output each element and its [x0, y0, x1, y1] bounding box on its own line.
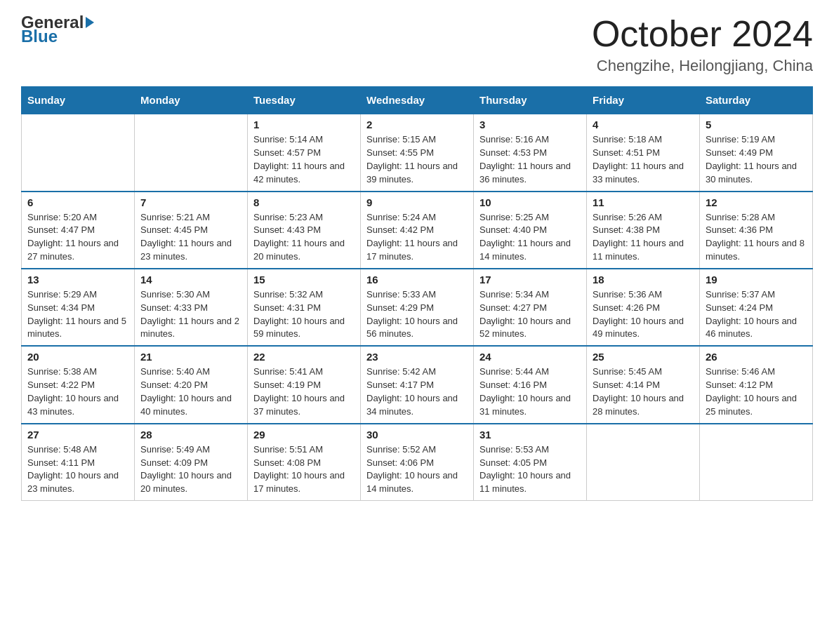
title-area: October 2024 Chengzihe, Heilongjiang, Ch… — [592, 14, 813, 75]
calendar-week-row: 6Sunrise: 5:20 AMSunset: 4:47 PMDaylight… — [22, 192, 813, 269]
month-title: October 2024 — [592, 14, 813, 54]
day-info: Sunrise: 5:37 AMSunset: 4:24 PMDaylight:… — [706, 288, 807, 341]
day-info: Sunrise: 5:29 AMSunset: 4:34 PMDaylight:… — [27, 288, 128, 341]
day-info: Sunrise: 5:23 AMSunset: 4:43 PMDaylight:… — [253, 211, 355, 264]
day-number: 6 — [27, 196, 128, 208]
day-number: 11 — [593, 196, 694, 208]
day-number: 3 — [479, 119, 581, 130]
calendar-day-cell: 5Sunrise: 5:19 AMSunset: 4:49 PMDaylight… — [700, 114, 813, 191]
calendar-day-cell: 29Sunrise: 5:51 AMSunset: 4:08 PMDayligh… — [248, 424, 361, 501]
calendar-day-cell: 14Sunrise: 5:30 AMSunset: 4:33 PMDayligh… — [135, 269, 248, 346]
day-number: 5 — [706, 119, 807, 130]
day-number: 29 — [253, 429, 355, 441]
day-info: Sunrise: 5:25 AMSunset: 4:40 PMDaylight:… — [479, 211, 581, 264]
day-number: 9 — [366, 196, 468, 208]
day-info: Sunrise: 5:46 AMSunset: 4:12 PMDaylight:… — [706, 365, 807, 418]
calendar-day-cell: 19Sunrise: 5:37 AMSunset: 4:24 PMDayligh… — [700, 269, 813, 346]
calendar-day-cell — [22, 114, 135, 191]
day-info: Sunrise: 5:51 AMSunset: 4:08 PMDaylight:… — [253, 443, 355, 496]
day-number: 26 — [706, 351, 807, 363]
calendar-day-cell: 10Sunrise: 5:25 AMSunset: 4:40 PMDayligh… — [474, 192, 587, 269]
day-info: Sunrise: 5:48 AMSunset: 4:11 PMDaylight:… — [27, 443, 128, 496]
calendar-day-cell: 16Sunrise: 5:33 AMSunset: 4:29 PMDayligh… — [361, 269, 474, 346]
day-number: 1 — [253, 119, 355, 130]
weekday-header-friday: Friday — [587, 87, 700, 114]
calendar-day-cell: 31Sunrise: 5:53 AMSunset: 4:05 PMDayligh… — [474, 424, 587, 501]
calendar-week-row: 20Sunrise: 5:38 AMSunset: 4:22 PMDayligh… — [22, 346, 813, 423]
calendar-week-row: 13Sunrise: 5:29 AMSunset: 4:34 PMDayligh… — [22, 269, 813, 346]
day-info: Sunrise: 5:41 AMSunset: 4:19 PMDaylight:… — [253, 365, 355, 418]
calendar-day-cell: 28Sunrise: 5:49 AMSunset: 4:09 PMDayligh… — [135, 424, 248, 501]
day-info: Sunrise: 5:52 AMSunset: 4:06 PMDaylight:… — [366, 443, 468, 496]
day-number: 25 — [593, 351, 694, 363]
day-info: Sunrise: 5:15 AMSunset: 4:55 PMDaylight:… — [366, 133, 468, 186]
calendar-table: SundayMondayTuesdayWednesdayThursdayFrid… — [21, 86, 813, 501]
calendar-day-cell: 11Sunrise: 5:26 AMSunset: 4:38 PMDayligh… — [587, 192, 700, 269]
day-number: 10 — [479, 196, 581, 208]
calendar-day-cell: 26Sunrise: 5:46 AMSunset: 4:12 PMDayligh… — [700, 346, 813, 423]
calendar-day-cell: 3Sunrise: 5:16 AMSunset: 4:53 PMDaylight… — [474, 114, 587, 191]
day-info: Sunrise: 5:34 AMSunset: 4:27 PMDaylight:… — [479, 288, 581, 341]
location-title: Chengzihe, Heilongjiang, China — [592, 57, 813, 75]
day-number: 18 — [593, 274, 694, 286]
day-number: 24 — [479, 351, 581, 363]
calendar-day-cell: 2Sunrise: 5:15 AMSunset: 4:55 PMDaylight… — [361, 114, 474, 191]
day-info: Sunrise: 5:28 AMSunset: 4:36 PMDaylight:… — [706, 211, 807, 264]
calendar-day-cell: 4Sunrise: 5:18 AMSunset: 4:51 PMDaylight… — [587, 114, 700, 191]
calendar-day-cell: 17Sunrise: 5:34 AMSunset: 4:27 PMDayligh… — [474, 269, 587, 346]
weekday-header-wednesday: Wednesday — [361, 87, 474, 114]
day-number: 31 — [479, 429, 581, 441]
day-info: Sunrise: 5:44 AMSunset: 4:16 PMDaylight:… — [479, 365, 581, 418]
calendar-day-cell: 9Sunrise: 5:24 AMSunset: 4:42 PMDaylight… — [361, 192, 474, 269]
weekday-header-row: SundayMondayTuesdayWednesdayThursdayFrid… — [22, 87, 813, 114]
day-info: Sunrise: 5:30 AMSunset: 4:33 PMDaylight:… — [140, 288, 241, 341]
day-info: Sunrise: 5:38 AMSunset: 4:22 PMDaylight:… — [27, 365, 128, 418]
calendar-day-cell: 6Sunrise: 5:20 AMSunset: 4:47 PMDaylight… — [22, 192, 135, 269]
day-number: 22 — [253, 351, 355, 363]
day-number: 2 — [366, 119, 468, 130]
day-info: Sunrise: 5:19 AMSunset: 4:49 PMDaylight:… — [706, 133, 807, 186]
calendar-body: 1Sunrise: 5:14 AMSunset: 4:57 PMDaylight… — [22, 114, 813, 500]
day-number: 7 — [140, 196, 241, 208]
logo-blue-text: Blue — [21, 27, 58, 46]
weekday-header-thursday: Thursday — [474, 87, 587, 114]
day-number: 13 — [27, 274, 128, 286]
weekday-header-saturday: Saturday — [700, 87, 813, 114]
day-info: Sunrise: 5:20 AMSunset: 4:47 PMDaylight:… — [27, 211, 128, 264]
day-number: 14 — [140, 274, 241, 286]
day-info: Sunrise: 5:16 AMSunset: 4:53 PMDaylight:… — [479, 133, 581, 186]
logo: General Blue — [21, 14, 96, 45]
day-info: Sunrise: 5:49 AMSunset: 4:09 PMDaylight:… — [140, 443, 241, 496]
day-number: 28 — [140, 429, 241, 441]
calendar-day-cell: 22Sunrise: 5:41 AMSunset: 4:19 PMDayligh… — [248, 346, 361, 423]
day-number: 27 — [27, 429, 128, 441]
calendar-header: SundayMondayTuesdayWednesdayThursdayFrid… — [22, 87, 813, 114]
calendar-day-cell: 23Sunrise: 5:42 AMSunset: 4:17 PMDayligh… — [361, 346, 474, 423]
weekday-header-monday: Monday — [135, 87, 248, 114]
day-number: 12 — [706, 196, 807, 208]
day-info: Sunrise: 5:36 AMSunset: 4:26 PMDaylight:… — [593, 288, 694, 341]
calendar-day-cell: 18Sunrise: 5:36 AMSunset: 4:26 PMDayligh… — [587, 269, 700, 346]
calendar-day-cell — [700, 424, 813, 501]
day-info: Sunrise: 5:45 AMSunset: 4:14 PMDaylight:… — [593, 365, 694, 418]
calendar-week-row: 27Sunrise: 5:48 AMSunset: 4:11 PMDayligh… — [22, 424, 813, 501]
day-number: 4 — [593, 119, 694, 130]
calendar-day-cell — [587, 424, 700, 501]
day-info: Sunrise: 5:18 AMSunset: 4:51 PMDaylight:… — [593, 133, 694, 186]
day-info: Sunrise: 5:53 AMSunset: 4:05 PMDaylight:… — [479, 443, 581, 496]
day-number: 17 — [479, 274, 581, 286]
day-info: Sunrise: 5:40 AMSunset: 4:20 PMDaylight:… — [140, 365, 241, 418]
calendar-day-cell: 21Sunrise: 5:40 AMSunset: 4:20 PMDayligh… — [135, 346, 248, 423]
calendar-day-cell — [135, 114, 248, 191]
calendar-day-cell: 7Sunrise: 5:21 AMSunset: 4:45 PMDaylight… — [135, 192, 248, 269]
calendar-day-cell: 25Sunrise: 5:45 AMSunset: 4:14 PMDayligh… — [587, 346, 700, 423]
page-header: General Blue October 2024 Chengzihe, Hei… — [21, 14, 813, 75]
day-info: Sunrise: 5:14 AMSunset: 4:57 PMDaylight:… — [253, 133, 355, 186]
day-info: Sunrise: 5:42 AMSunset: 4:17 PMDaylight:… — [366, 365, 468, 418]
calendar-day-cell: 1Sunrise: 5:14 AMSunset: 4:57 PMDaylight… — [248, 114, 361, 191]
day-number: 30 — [366, 429, 468, 441]
calendar-day-cell: 20Sunrise: 5:38 AMSunset: 4:22 PMDayligh… — [22, 346, 135, 423]
day-number: 15 — [253, 274, 355, 286]
day-info: Sunrise: 5:33 AMSunset: 4:29 PMDaylight:… — [366, 288, 468, 341]
calendar-day-cell: 30Sunrise: 5:52 AMSunset: 4:06 PMDayligh… — [361, 424, 474, 501]
